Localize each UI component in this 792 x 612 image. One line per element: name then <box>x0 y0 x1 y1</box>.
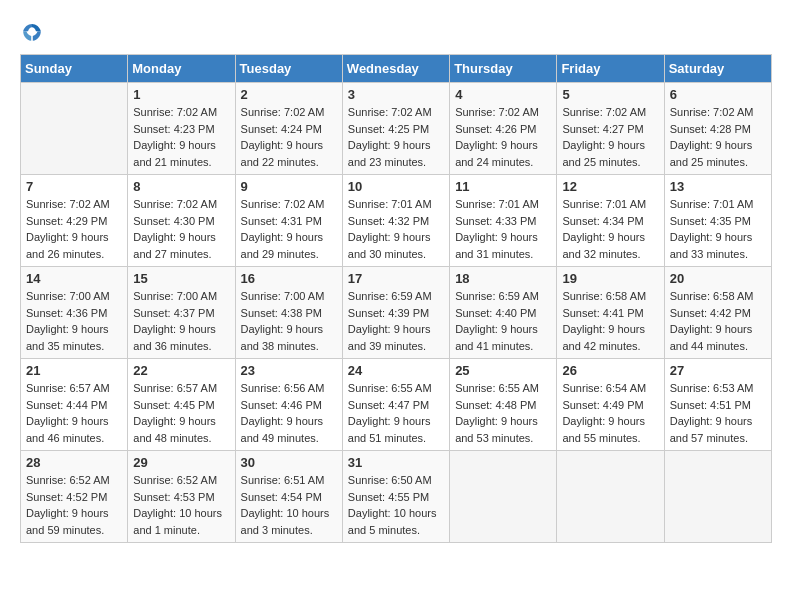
calendar-header-row: SundayMondayTuesdayWednesdayThursdayFrid… <box>21 55 772 83</box>
day-number: 6 <box>670 87 766 102</box>
calendar-cell: 21Sunrise: 6:57 AMSunset: 4:44 PMDayligh… <box>21 359 128 451</box>
column-header-friday: Friday <box>557 55 664 83</box>
calendar-cell: 17Sunrise: 6:59 AMSunset: 4:39 PMDayligh… <box>342 267 449 359</box>
calendar-cell: 13Sunrise: 7:01 AMSunset: 4:35 PMDayligh… <box>664 175 771 267</box>
day-info: Sunrise: 6:52 AMSunset: 4:53 PMDaylight:… <box>133 472 229 538</box>
calendar-cell: 3Sunrise: 7:02 AMSunset: 4:25 PMDaylight… <box>342 83 449 175</box>
calendar-cell: 9Sunrise: 7:02 AMSunset: 4:31 PMDaylight… <box>235 175 342 267</box>
logo-icon <box>20 20 44 44</box>
day-number: 18 <box>455 271 551 286</box>
calendar-week-row: 28Sunrise: 6:52 AMSunset: 4:52 PMDayligh… <box>21 451 772 543</box>
day-info: Sunrise: 7:02 AMSunset: 4:24 PMDaylight:… <box>241 104 337 170</box>
day-number: 31 <box>348 455 444 470</box>
calendar-cell: 5Sunrise: 7:02 AMSunset: 4:27 PMDaylight… <box>557 83 664 175</box>
calendar-cell: 23Sunrise: 6:56 AMSunset: 4:46 PMDayligh… <box>235 359 342 451</box>
day-number: 7 <box>26 179 122 194</box>
calendar-cell <box>21 83 128 175</box>
calendar-cell: 27Sunrise: 6:53 AMSunset: 4:51 PMDayligh… <box>664 359 771 451</box>
calendar-cell: 1Sunrise: 7:02 AMSunset: 4:23 PMDaylight… <box>128 83 235 175</box>
day-info: Sunrise: 6:57 AMSunset: 4:44 PMDaylight:… <box>26 380 122 446</box>
day-info: Sunrise: 6:58 AMSunset: 4:42 PMDaylight:… <box>670 288 766 354</box>
column-header-wednesday: Wednesday <box>342 55 449 83</box>
calendar-cell <box>557 451 664 543</box>
column-header-sunday: Sunday <box>21 55 128 83</box>
day-info: Sunrise: 6:54 AMSunset: 4:49 PMDaylight:… <box>562 380 658 446</box>
logo <box>20 20 48 44</box>
calendar-week-row: 1Sunrise: 7:02 AMSunset: 4:23 PMDaylight… <box>21 83 772 175</box>
day-number: 4 <box>455 87 551 102</box>
calendar-cell: 2Sunrise: 7:02 AMSunset: 4:24 PMDaylight… <box>235 83 342 175</box>
day-number: 27 <box>670 363 766 378</box>
calendar-table: SundayMondayTuesdayWednesdayThursdayFrid… <box>20 54 772 543</box>
column-header-saturday: Saturday <box>664 55 771 83</box>
day-number: 29 <box>133 455 229 470</box>
day-info: Sunrise: 7:01 AMSunset: 4:34 PMDaylight:… <box>562 196 658 262</box>
day-info: Sunrise: 6:53 AMSunset: 4:51 PMDaylight:… <box>670 380 766 446</box>
day-info: Sunrise: 7:02 AMSunset: 4:31 PMDaylight:… <box>241 196 337 262</box>
calendar-cell: 15Sunrise: 7:00 AMSunset: 4:37 PMDayligh… <box>128 267 235 359</box>
calendar-cell: 28Sunrise: 6:52 AMSunset: 4:52 PMDayligh… <box>21 451 128 543</box>
day-number: 21 <box>26 363 122 378</box>
day-info: Sunrise: 7:02 AMSunset: 4:27 PMDaylight:… <box>562 104 658 170</box>
day-number: 13 <box>670 179 766 194</box>
calendar-cell: 7Sunrise: 7:02 AMSunset: 4:29 PMDaylight… <box>21 175 128 267</box>
day-info: Sunrise: 7:02 AMSunset: 4:26 PMDaylight:… <box>455 104 551 170</box>
day-info: Sunrise: 7:02 AMSunset: 4:28 PMDaylight:… <box>670 104 766 170</box>
day-number: 16 <box>241 271 337 286</box>
calendar-cell: 12Sunrise: 7:01 AMSunset: 4:34 PMDayligh… <box>557 175 664 267</box>
calendar-cell: 22Sunrise: 6:57 AMSunset: 4:45 PMDayligh… <box>128 359 235 451</box>
day-number: 30 <box>241 455 337 470</box>
page-header <box>20 20 772 44</box>
calendar-cell <box>664 451 771 543</box>
day-number: 8 <box>133 179 229 194</box>
calendar-cell: 24Sunrise: 6:55 AMSunset: 4:47 PMDayligh… <box>342 359 449 451</box>
column-header-thursday: Thursday <box>450 55 557 83</box>
day-number: 5 <box>562 87 658 102</box>
day-number: 22 <box>133 363 229 378</box>
day-number: 26 <box>562 363 658 378</box>
calendar-cell: 29Sunrise: 6:52 AMSunset: 4:53 PMDayligh… <box>128 451 235 543</box>
day-info: Sunrise: 7:02 AMSunset: 4:23 PMDaylight:… <box>133 104 229 170</box>
day-info: Sunrise: 6:58 AMSunset: 4:41 PMDaylight:… <box>562 288 658 354</box>
day-info: Sunrise: 7:01 AMSunset: 4:35 PMDaylight:… <box>670 196 766 262</box>
day-number: 20 <box>670 271 766 286</box>
calendar-cell: 19Sunrise: 6:58 AMSunset: 4:41 PMDayligh… <box>557 267 664 359</box>
calendar-cell: 11Sunrise: 7:01 AMSunset: 4:33 PMDayligh… <box>450 175 557 267</box>
day-number: 1 <box>133 87 229 102</box>
day-info: Sunrise: 7:00 AMSunset: 4:37 PMDaylight:… <box>133 288 229 354</box>
day-info: Sunrise: 6:59 AMSunset: 4:40 PMDaylight:… <box>455 288 551 354</box>
calendar-cell: 25Sunrise: 6:55 AMSunset: 4:48 PMDayligh… <box>450 359 557 451</box>
day-info: Sunrise: 7:00 AMSunset: 4:38 PMDaylight:… <box>241 288 337 354</box>
day-number: 2 <box>241 87 337 102</box>
day-number: 11 <box>455 179 551 194</box>
calendar-cell: 26Sunrise: 6:54 AMSunset: 4:49 PMDayligh… <box>557 359 664 451</box>
day-info: Sunrise: 7:01 AMSunset: 4:33 PMDaylight:… <box>455 196 551 262</box>
day-number: 28 <box>26 455 122 470</box>
day-info: Sunrise: 6:51 AMSunset: 4:54 PMDaylight:… <box>241 472 337 538</box>
day-info: Sunrise: 6:52 AMSunset: 4:52 PMDaylight:… <box>26 472 122 538</box>
calendar-cell: 31Sunrise: 6:50 AMSunset: 4:55 PMDayligh… <box>342 451 449 543</box>
calendar-cell: 16Sunrise: 7:00 AMSunset: 4:38 PMDayligh… <box>235 267 342 359</box>
calendar-cell: 10Sunrise: 7:01 AMSunset: 4:32 PMDayligh… <box>342 175 449 267</box>
calendar-cell: 6Sunrise: 7:02 AMSunset: 4:28 PMDaylight… <box>664 83 771 175</box>
calendar-cell: 4Sunrise: 7:02 AMSunset: 4:26 PMDaylight… <box>450 83 557 175</box>
calendar-cell: 30Sunrise: 6:51 AMSunset: 4:54 PMDayligh… <box>235 451 342 543</box>
day-info: Sunrise: 7:01 AMSunset: 4:32 PMDaylight:… <box>348 196 444 262</box>
day-number: 17 <box>348 271 444 286</box>
day-number: 19 <box>562 271 658 286</box>
calendar-cell: 18Sunrise: 6:59 AMSunset: 4:40 PMDayligh… <box>450 267 557 359</box>
day-number: 10 <box>348 179 444 194</box>
day-info: Sunrise: 7:02 AMSunset: 4:25 PMDaylight:… <box>348 104 444 170</box>
day-info: Sunrise: 6:57 AMSunset: 4:45 PMDaylight:… <box>133 380 229 446</box>
calendar-week-row: 7Sunrise: 7:02 AMSunset: 4:29 PMDaylight… <box>21 175 772 267</box>
day-info: Sunrise: 7:00 AMSunset: 4:36 PMDaylight:… <box>26 288 122 354</box>
day-info: Sunrise: 6:55 AMSunset: 4:48 PMDaylight:… <box>455 380 551 446</box>
day-info: Sunrise: 6:55 AMSunset: 4:47 PMDaylight:… <box>348 380 444 446</box>
calendar-cell <box>450 451 557 543</box>
day-info: Sunrise: 6:50 AMSunset: 4:55 PMDaylight:… <box>348 472 444 538</box>
day-info: Sunrise: 6:56 AMSunset: 4:46 PMDaylight:… <box>241 380 337 446</box>
day-number: 3 <box>348 87 444 102</box>
calendar-cell: 14Sunrise: 7:00 AMSunset: 4:36 PMDayligh… <box>21 267 128 359</box>
column-header-monday: Monday <box>128 55 235 83</box>
day-info: Sunrise: 6:59 AMSunset: 4:39 PMDaylight:… <box>348 288 444 354</box>
